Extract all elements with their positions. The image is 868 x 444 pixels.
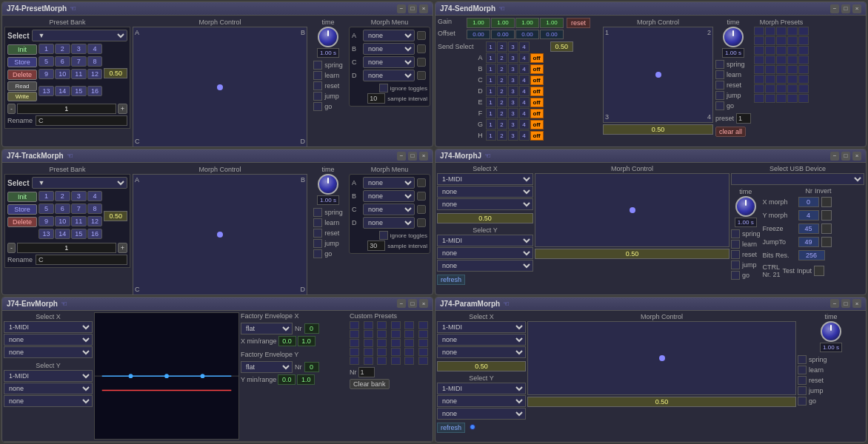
p1-num-16[interactable]: 16 xyxy=(87,86,103,96)
p1-menu-b-select[interactable]: none xyxy=(363,43,415,55)
p1-learn-toggle[interactable] xyxy=(313,71,322,80)
p1-menu-d-toggle[interactable] xyxy=(417,71,426,80)
p4-x-morph-val[interactable] xyxy=(798,197,819,207)
panel1-close[interactable]: × xyxy=(419,4,428,13)
p1-time-knob[interactable] xyxy=(318,27,338,47)
p2-reset-btn[interactable]: reset xyxy=(567,18,590,28)
panel2-maximize[interactable]: □ xyxy=(841,4,850,13)
p2-preset-cell[interactable] xyxy=(787,46,798,55)
p6-x-sel-3[interactable]: none xyxy=(437,346,526,358)
p3-num-6[interactable]: 6 xyxy=(55,204,70,214)
p2-preset-cell[interactable] xyxy=(798,75,809,84)
p2-reset-toggle[interactable] xyxy=(715,81,724,90)
p5-factory-y-select[interactable]: flat xyxy=(241,361,293,373)
cc13[interactable] xyxy=(350,339,359,347)
p2-e-2[interactable]: 2 xyxy=(497,97,507,107)
p2-b-3[interactable]: 3 xyxy=(508,64,518,74)
cc8[interactable] xyxy=(364,330,373,338)
p6-y-sel-3[interactable]: none xyxy=(437,408,526,420)
p2-preset-cell[interactable] xyxy=(754,56,764,64)
p1-num-1[interactable]: 1 xyxy=(39,44,54,54)
p2-preset-cell[interactable] xyxy=(765,36,775,45)
p3-num-12[interactable]: 12 xyxy=(87,216,103,226)
p2-preset-cell[interactable] xyxy=(798,94,809,103)
p3-menu-d-select[interactable]: none xyxy=(363,217,415,229)
p1-store-btn[interactable]: Store xyxy=(7,57,37,67)
p1-go-toggle[interactable] xyxy=(313,102,322,111)
cc11[interactable] xyxy=(404,330,414,338)
p3-reset-toggle[interactable] xyxy=(313,229,322,238)
p2-preset-cell[interactable] xyxy=(765,65,775,74)
p2-g-off[interactable]: off xyxy=(530,120,544,130)
p3-counter-plus[interactable]: + xyxy=(118,243,127,253)
panel3-maximize[interactable]: □ xyxy=(408,152,417,161)
p2-spring-toggle[interactable] xyxy=(715,60,724,69)
p2-preset-cell[interactable] xyxy=(798,27,809,36)
cc29[interactable] xyxy=(404,357,414,365)
p2-preset-cell[interactable] xyxy=(776,46,787,55)
p2-f-3[interactable]: 3 xyxy=(508,108,518,118)
p2-preset-cell[interactable] xyxy=(787,65,798,74)
panel6-close[interactable]: × xyxy=(852,299,861,308)
p1-read-btn[interactable]: Read xyxy=(7,81,37,91)
cc16[interactable] xyxy=(391,339,401,347)
p2-h-off[interactable]: off xyxy=(530,131,544,141)
p5-x-sel-2[interactable]: none xyxy=(4,334,93,346)
cc1[interactable] xyxy=(350,321,359,329)
p1-num-15[interactable]: 15 xyxy=(71,86,87,96)
p1-menu-c-toggle[interactable] xyxy=(417,58,426,67)
p3-num-8[interactable]: 8 xyxy=(87,204,103,214)
p4-usb-select[interactable] xyxy=(731,173,864,185)
panel4-maximize[interactable]: □ xyxy=(841,152,850,161)
p1-delete-btn[interactable]: Delete xyxy=(7,70,37,80)
cc24[interactable] xyxy=(418,348,428,356)
p3-num-9[interactable]: 9 xyxy=(39,216,54,226)
p4-spring-toggle[interactable] xyxy=(731,229,740,238)
p1-num-9[interactable]: 9 xyxy=(39,69,54,79)
p2-a-2[interactable]: 2 xyxy=(497,53,507,63)
p2-f-1[interactable]: 1 xyxy=(486,108,496,118)
p3-num-4[interactable]: 4 xyxy=(87,191,103,201)
p3-num-11[interactable]: 11 xyxy=(71,216,87,226)
panel2-minimize[interactable]: − xyxy=(830,4,839,13)
p2-preset-cell[interactable] xyxy=(776,84,787,93)
p2-f-off[interactable]: off xyxy=(530,109,544,118)
p6-jump-toggle[interactable] xyxy=(798,386,807,395)
p2-g-3[interactable]: 3 xyxy=(508,119,518,130)
panel3-close[interactable]: × xyxy=(419,152,428,161)
p2-xy-pad[interactable]: 1 2 3 4 xyxy=(603,27,713,123)
p1-num-6[interactable]: 6 xyxy=(55,56,70,67)
p3-num-7[interactable]: 7 xyxy=(71,204,87,214)
p3-ignore-toggle[interactable] xyxy=(379,231,388,240)
p1-num-13[interactable]: 13 xyxy=(39,86,54,96)
p1-rename-input[interactable] xyxy=(36,115,127,126)
p2-preset-cell[interactable] xyxy=(776,27,787,36)
p2-h-1[interactable]: 1 xyxy=(486,130,496,141)
p5-clear-bank-btn[interactable]: Clear bank xyxy=(350,379,390,389)
p2-preset-cell[interactable] xyxy=(754,65,764,74)
p3-spring-toggle[interactable] xyxy=(313,208,322,217)
p2-a-off[interactable]: off xyxy=(530,53,544,63)
p2-g-2[interactable]: 2 xyxy=(497,119,507,130)
p3-sample-val[interactable] xyxy=(367,240,385,251)
p5-env-vis[interactable] xyxy=(94,312,239,440)
p1-spring-toggle[interactable] xyxy=(313,61,322,70)
p4-jump-toggle[interactable] xyxy=(731,260,740,269)
p2-preset-cell[interactable] xyxy=(787,27,798,36)
p2-preset-cell[interactable] xyxy=(776,75,787,84)
cc10[interactable] xyxy=(391,330,401,338)
p2-d-2[interactable]: 2 xyxy=(497,86,507,96)
p1-ignore-toggle[interactable] xyxy=(379,84,388,92)
p1-num-5[interactable]: 5 xyxy=(39,56,54,67)
p2-preset-cell[interactable] xyxy=(798,46,809,55)
p4-learn-toggle[interactable] xyxy=(731,240,740,249)
p2-preset-cell[interactable] xyxy=(787,84,798,93)
p2-c-2[interactable]: 2 xyxy=(497,75,507,85)
p5-y-sel-2[interactable]: none xyxy=(4,383,93,394)
p5-factory-x-select[interactable]: flat xyxy=(241,323,293,334)
cc15[interactable] xyxy=(377,339,387,347)
p3-xy-pad[interactable]: A B C D xyxy=(133,174,307,295)
p2-clear-all-btn[interactable]: clear all xyxy=(715,127,746,137)
panel1-minimize[interactable]: − xyxy=(397,4,406,13)
p2-preset-cell[interactable] xyxy=(798,84,809,93)
